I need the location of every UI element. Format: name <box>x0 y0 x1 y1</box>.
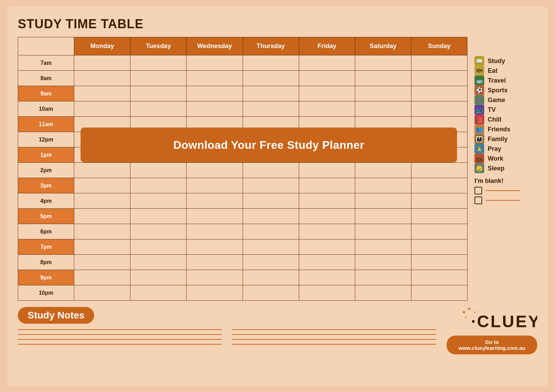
schedule-cell[interactable] <box>74 86 130 101</box>
schedule-cell[interactable] <box>74 101 130 117</box>
schedule-cell[interactable] <box>187 224 243 239</box>
schedule-cell[interactable] <box>243 163 299 178</box>
schedule-cell[interactable] <box>187 255 243 270</box>
schedule-cell[interactable] <box>355 86 411 101</box>
schedule-cell[interactable] <box>187 71 243 86</box>
schedule-cell[interactable] <box>187 285 243 301</box>
schedule-cell[interactable] <box>74 178 130 193</box>
schedule-cell[interactable] <box>130 239 187 255</box>
schedule-cell[interactable] <box>411 55 467 71</box>
schedule-cell[interactable] <box>187 209 243 224</box>
schedule-cell[interactable] <box>355 224 411 239</box>
schedule-cell[interactable] <box>411 193 467 209</box>
blank-checkbox-2[interactable] <box>474 197 537 204</box>
schedule-cell[interactable] <box>243 239 299 255</box>
schedule-cell[interactable] <box>74 193 130 209</box>
schedule-cell[interactable] <box>355 55 411 71</box>
schedule-cell[interactable] <box>74 224 130 239</box>
schedule-cell[interactable] <box>299 86 355 101</box>
schedule-cell[interactable] <box>243 55 299 71</box>
schedule-cell[interactable] <box>411 239 467 255</box>
schedule-cell[interactable] <box>74 55 130 71</box>
schedule-cell[interactable] <box>411 163 467 178</box>
schedule-cell[interactable] <box>187 101 243 117</box>
schedule-cell[interactable] <box>187 55 243 71</box>
time-cell: 5pm <box>18 209 74 224</box>
schedule-cell[interactable] <box>130 86 187 101</box>
schedule-cell[interactable] <box>130 178 187 193</box>
schedule-cell[interactable] <box>243 71 299 86</box>
schedule-cell[interactable] <box>355 178 411 193</box>
schedule-cell[interactable] <box>187 193 243 209</box>
schedule-cell[interactable] <box>299 255 355 270</box>
schedule-cell[interactable] <box>355 209 411 224</box>
schedule-cell[interactable] <box>74 255 130 270</box>
schedule-cell[interactable] <box>411 178 467 193</box>
schedule-cell[interactable] <box>130 285 187 301</box>
schedule-cell[interactable] <box>411 224 467 239</box>
schedule-cell[interactable] <box>74 239 130 255</box>
schedule-cell[interactable] <box>355 193 411 209</box>
schedule-cell[interactable] <box>130 101 187 117</box>
schedule-cell[interactable] <box>74 163 130 178</box>
schedule-cell[interactable] <box>299 193 355 209</box>
schedule-cell[interactable] <box>299 239 355 255</box>
schedule-cell[interactable] <box>411 71 467 86</box>
schedule-cell[interactable] <box>74 285 130 301</box>
schedule-cell[interactable] <box>355 239 411 255</box>
schedule-cell[interactable] <box>299 285 355 301</box>
schedule-cell[interactable] <box>411 285 467 301</box>
schedule-cell[interactable] <box>243 255 299 270</box>
schedule-cell[interactable] <box>299 163 355 178</box>
schedule-cell[interactable] <box>299 270 355 285</box>
schedule-cell[interactable] <box>130 71 187 86</box>
schedule-cell[interactable] <box>243 285 299 301</box>
schedule-cell[interactable] <box>299 55 355 71</box>
schedule-cell[interactable] <box>187 239 243 255</box>
schedule-cell[interactable] <box>130 224 187 239</box>
schedule-cell[interactable] <box>299 71 355 86</box>
pray-icon: 🙏 <box>474 144 484 154</box>
schedule-cell[interactable] <box>130 163 187 178</box>
schedule-cell[interactable] <box>130 255 187 270</box>
schedule-cell[interactable] <box>411 270 467 285</box>
schedule-cell[interactable] <box>130 209 187 224</box>
website-button[interactable]: Go to www.clueylearning.com.au <box>447 336 537 354</box>
schedule-cell[interactable] <box>299 224 355 239</box>
blank-checkbox-1[interactable] <box>474 187 537 194</box>
schedule-cell[interactable] <box>243 193 299 209</box>
schedule-cell[interactable] <box>355 255 411 270</box>
schedule-cell[interactable] <box>130 270 187 285</box>
schedule-cell[interactable] <box>130 55 187 71</box>
schedule-cell[interactable] <box>187 270 243 285</box>
schedule-cell[interactable] <box>74 209 130 224</box>
schedule-cell[interactable] <box>130 193 187 209</box>
schedule-cell[interactable] <box>74 71 130 86</box>
schedule-cell[interactable] <box>355 163 411 178</box>
schedule-cell[interactable] <box>411 209 467 224</box>
schedule-cell[interactable] <box>74 270 130 285</box>
page-title: STUDY TIME TABLE <box>18 17 537 31</box>
schedule-cell[interactable] <box>355 270 411 285</box>
sports-icon: ⚽ <box>474 85 484 95</box>
schedule-cell[interactable] <box>355 285 411 301</box>
schedule-cell[interactable] <box>243 224 299 239</box>
download-button[interactable]: Download Your Free Study Planner <box>81 128 457 162</box>
schedule-cell[interactable] <box>187 178 243 193</box>
schedule-cell[interactable] <box>355 71 411 86</box>
schedule-cell[interactable] <box>299 178 355 193</box>
schedule-cell[interactable] <box>299 209 355 224</box>
schedule-cell[interactable] <box>243 86 299 101</box>
schedule-cell[interactable] <box>243 178 299 193</box>
schedule-cell[interactable] <box>243 209 299 224</box>
schedule-cell[interactable] <box>299 101 355 117</box>
schedule-cell[interactable] <box>243 101 299 117</box>
schedule-cell[interactable] <box>355 101 411 117</box>
schedule-cell[interactable] <box>187 86 243 101</box>
schedule-cell[interactable] <box>411 101 467 117</box>
legend-label-family: Family <box>488 136 508 143</box>
schedule-cell[interactable] <box>187 163 243 178</box>
schedule-cell[interactable] <box>243 270 299 285</box>
schedule-cell[interactable] <box>411 255 467 270</box>
schedule-cell[interactable] <box>411 86 467 101</box>
